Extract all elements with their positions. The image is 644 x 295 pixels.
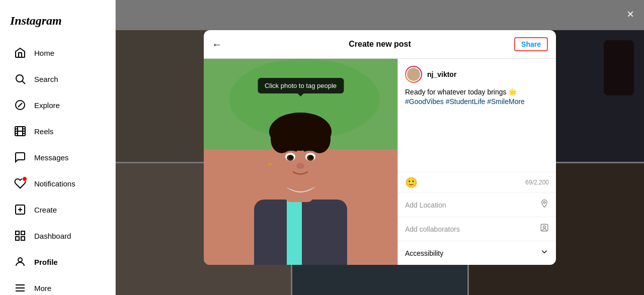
svg-point-12 <box>18 258 22 262</box>
add-collaborators-label: Add collaborators <box>405 225 460 233</box>
modal-overlay: × ← Create new post Share <box>116 0 644 295</box>
sidebar-item-create[interactable]: Create <box>4 198 111 222</box>
add-location-row[interactable]: Add Location <box>398 192 556 217</box>
sidebar-item-label: Dashboard <box>34 232 71 240</box>
char-count: 69/2,200 <box>525 179 549 186</box>
svg-rect-10 <box>16 237 19 240</box>
sidebar-item-dashboard[interactable]: Dashboard <box>4 224 111 248</box>
svg-point-31 <box>326 152 336 166</box>
sidebar-item-label: Reels <box>34 127 53 136</box>
post-username: nj_viktor <box>427 70 456 78</box>
dashboard-icon <box>14 230 26 242</box>
create-post-modal: ← Create new post Share <box>204 30 556 265</box>
post-form-side: nj_viktor Ready for whatever today bring… <box>397 59 556 265</box>
svg-rect-8 <box>16 231 19 235</box>
collaborators-icon <box>540 223 549 235</box>
sidebar-item-explore[interactable]: Explore <box>4 93 111 117</box>
sidebar-item-profile[interactable]: Profile <box>4 250 111 274</box>
sidebar-item-notifications[interactable]: Notifications <box>4 171 111 195</box>
post-caption-area[interactable]: Ready for whatever today brings 🌟 #GoodV… <box>398 87 556 172</box>
close-modal-button[interactable]: × <box>627 8 634 20</box>
svg-point-38 <box>296 163 304 169</box>
sidebar: Instagram Home Search Explore Reels Mess… <box>0 0 116 295</box>
search-icon <box>14 73 26 85</box>
post-user-row: nj_viktor <box>398 59 556 87</box>
create-icon <box>14 204 26 216</box>
modal-header: ← Create new post Share <box>204 30 556 59</box>
svg-marker-3 <box>18 103 22 107</box>
add-location-label: Add Location <box>405 201 446 209</box>
accessibility-label: Accessibility <box>405 249 443 257</box>
modal-title: Create new post <box>349 40 411 49</box>
sidebar-item-label: Home <box>34 49 54 57</box>
accessibility-row[interactable]: Accessibility <box>398 241 556 265</box>
svg-point-36 <box>289 155 293 159</box>
home-icon <box>14 47 26 59</box>
sidebar-item-home[interactable]: Home <box>4 41 111 65</box>
main-content: × ← Create new post Share <box>116 0 644 295</box>
svg-point-29 <box>273 113 328 141</box>
emoji-button[interactable]: 🙂 <box>405 176 418 188</box>
sidebar-item-messages[interactable]: Messages <box>4 145 111 169</box>
chevron-down-icon <box>540 247 549 259</box>
svg-rect-11 <box>21 237 25 240</box>
sidebar-item-label: Create <box>34 206 57 214</box>
notifications-icon <box>14 177 26 189</box>
sidebar-item-more[interactable]: More <box>4 276 111 295</box>
svg-point-40 <box>543 202 545 204</box>
svg-point-37 <box>309 155 313 159</box>
emoji-count-row: 🙂 69/2,200 <box>398 172 556 192</box>
svg-line-1 <box>23 81 26 84</box>
svg-point-42 <box>543 226 546 228</box>
sidebar-item-label: Messages <box>34 153 68 162</box>
instagram-logo: Instagram <box>0 6 115 40</box>
modal-back-button[interactable]: ← <box>212 39 222 50</box>
profile-icon <box>14 256 26 268</box>
sidebar-item-label: Notifications <box>34 179 75 188</box>
svg-point-39 <box>269 163 272 166</box>
modal-body: Click photo to tag people nj_viktor Read… <box>204 59 556 265</box>
messages-icon <box>14 151 26 163</box>
more-icon <box>14 282 26 294</box>
explore-icon <box>14 99 26 111</box>
sidebar-item-label: Search <box>34 75 58 83</box>
sidebar-item-label: Profile <box>34 258 58 266</box>
post-caption-hashtags: #GoodVibes #StudentLife #SmileMore <box>405 97 549 106</box>
location-icon <box>540 199 549 211</box>
svg-rect-9 <box>21 231 25 235</box>
svg-rect-23 <box>287 194 302 265</box>
svg-point-0 <box>16 75 23 82</box>
reels-icon <box>14 125 26 137</box>
post-image-container[interactable]: Click photo to tag people <box>204 59 397 265</box>
add-collaborators-row[interactable]: Add collaborators <box>398 217 556 241</box>
sidebar-item-label: Explore <box>34 101 60 110</box>
sidebar-item-reels[interactable]: Reels <box>4 119 111 143</box>
user-avatar <box>405 66 422 83</box>
sidebar-item-label: More <box>34 284 51 292</box>
modal-share-button[interactable]: Share <box>514 37 548 51</box>
sidebar-item-search[interactable]: Search <box>4 67 111 91</box>
post-caption-text: Ready for whatever today brings 🌟 <box>405 87 549 97</box>
